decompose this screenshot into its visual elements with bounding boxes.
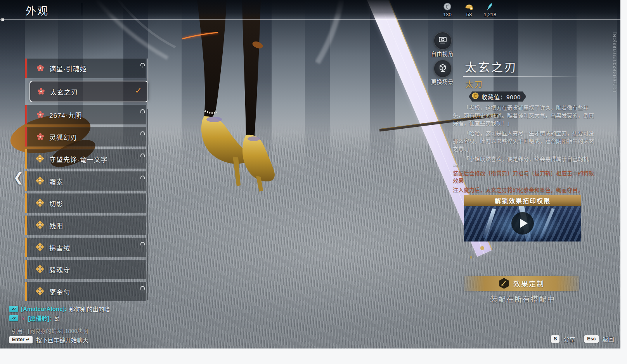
scrollbar-thumb[interactable] [147,59,148,109]
effect-video-panel: 解锁效果拓印权限 [464,195,581,242]
skin-category: 太刀 [466,78,483,90]
chat-input-hint-label: 按下回车键开始聊天 [36,336,88,344]
skin-item-label: 拂雪绒 [49,243,70,252]
chat-channel-badge-icon [9,306,18,312]
gold-quad-rarity-icon [36,176,45,186]
play-icon [520,219,528,228]
share-hotkey-label[interactable]: 分享 [563,335,575,343]
topbar-divider [82,3,82,16]
play-button[interactable] [511,212,534,235]
red-flower-rarity-icon [36,64,45,73]
title-divider [463,76,580,77]
skin-item-label: 切影 [49,198,63,208]
free-camera-button[interactable] [434,32,452,50]
skin-item-label: 太玄之刃 [50,87,78,97]
skin-list-item[interactable]: 霜素 [25,171,146,191]
chat-message-text: 那你别的出的啥 [69,305,110,313]
red-flower-rarity-icon [36,132,45,141]
gold-quad-rarity-icon [36,243,45,252]
customize-button-label: 效果定制 [513,278,544,288]
gold-quad-rarity-icon [36,154,45,164]
skin-list-item[interactable]: 守望先锋·竜一文字 [25,149,146,169]
effect-note: 装配后会修改〔衔霄刃〕刀招与〔拔刀斩〕相应击中的特效效果 [453,170,594,185]
app-root: 外观 130 58 1,218 [0,0,627,364]
skin-item-label: 残阳 [49,221,63,230]
change-scene-label: 更换场景 [425,78,459,85]
check-icon: ✓ [135,86,142,96]
collapse-panel-icon[interactable]: ❮ [13,170,24,185]
gold-quad-rarity-icon [36,287,45,296]
skin-item-label: 灵狐幻刃 [49,132,77,142]
thumbnail-effect-streak [483,208,496,239]
effect-note: 注入魔力后，太玄之刃将幻化紫金和墨色，绚丽夺目。 [453,186,594,194]
skin-item-label: 谪星·引魂姬 [49,64,87,73]
female-icon: ♀ [21,315,25,321]
lore-paragraph: 「哈哈，这可是匠人穷尽一生才铸成的宝刀，想要可没那么容易。此刀以玄铁淬火千回锻成… [453,129,594,153]
skin-item-label: 霜素 [49,176,63,186]
sword-icon [499,278,509,289]
skin-list-item[interactable]: 灵狐幻刃 [25,127,146,147]
game-viewport: 外观 130 58 1,218 [0,0,620,348]
back-hotkey-label[interactable]: 返回 [603,335,614,343]
collection-value-icon [472,92,479,101]
skin-list-item[interactable]: 毅魂守 [25,260,146,279]
lore-paragraph: 「老板，这把刀在奇货铺里摆了许久，瞧着像有些年头，颇有历史的味道。瞧着锋利又大气… [453,104,594,127]
chat-message-text: 昂 [54,314,60,322]
chat-channel-badge-icon [9,315,18,321]
chat-quote-text: 引用：[闷良脉的蝙龙]:1800块啊 [12,327,88,335]
chat-input-hint: Enter ↵ 按下回车键开始聊天 [9,336,88,344]
gold-quad-rarity-icon [36,265,45,274]
equip-status-text: 装配在所有搭配中 [464,293,581,304]
red-flower-rarity-icon [36,110,45,119]
page-title: 外观 [26,3,49,18]
skin-item-label: 2674·九阴 [49,110,82,120]
skin-list-item[interactable]: 太玄之刃✓ [29,81,148,102]
thumbnail-effect-streak [540,208,555,240]
red-flower-rarity-icon [36,87,46,96]
chat-sender-name: [愿僵聆]: [28,314,51,322]
gold-quad-rarity-icon [36,221,45,230]
s-key: S [551,335,559,343]
skin-list-item[interactable]: 拂雪绒 [25,238,146,257]
lore-paragraph: 「小姐既然喜欢，便是缘分，终会寻得属于自己的机缘。」 [453,155,594,167]
skin-item-label: 守望先锋·竜一文字 [49,154,108,164]
skin-list-scrollbar[interactable] [147,59,148,300]
topbar: 外观 130 58 1,218 [0,0,620,19]
esc-key: Esc [584,335,598,343]
chat-message: [AmateurAlone]: 那你别的出的啥 [9,305,110,313]
effect-video-thumbnail[interactable] [464,206,581,242]
skin-list-item[interactable]: 谪星·引魂姬 [25,59,146,78]
skin-title: 太玄之刃 [465,58,518,75]
camera-icon [438,35,447,46]
effect-customize-button[interactable]: 效果定制 [464,276,579,291]
player-id-watermark: ID:109146200210163[CN] [612,26,617,92]
gold-quad-rarity-icon [36,198,45,208]
effect-notes: 装配后会修改〔衔霄刃〕刀招与〔拔刀斩〕相应击中的特效效果 注入魔力后，太玄之刃将… [453,170,594,194]
free-camera-label: 自由视角 [425,50,459,57]
collection-value-text: 收藏值：9000 [482,93,521,101]
change-scene-button[interactable] [434,60,452,78]
skin-item-label: 毅魂守 [49,265,70,274]
selection-line [0,19,620,20]
collection-value-badge: 收藏值：9000 [469,91,526,102]
currency-feather[interactable]: 1,218 [476,2,504,17]
enter-key: Enter ↵ [9,336,33,343]
skin-lore: 「老板，这把刀在奇货铺里摆了许久，瞧着像有些年头，颇有历史的味道。瞧着锋利又大气… [453,104,594,167]
skin-list-item[interactable]: 鎏金勺 [25,282,146,301]
skin-list-item[interactable]: 2674·九阴 [25,105,146,124]
unlock-effect-banner[interactable]: 解锁效果拓印权限 [464,195,581,206]
hotkey-bar: S 分享 Esc 返回 [551,335,620,343]
skin-list: 谪星·引魂姬太玄之刃✓2674·九阴灵狐幻刃守望先锋·竜一文字霜素切影残阳拂雪绒… [25,59,146,301]
image-border-strip [0,348,627,352]
cube-icon [438,63,447,74]
chat-sender-name: [AmateurAlone]: [21,305,67,312]
skin-list-item[interactable]: 切影 [25,193,146,213]
currency-feather-value: 1,218 [476,12,504,17]
skin-item-label: 鎏金勺 [49,287,70,297]
feather-icon [476,2,504,11]
selection-handle[interactable] [1,18,4,21]
chat-message: ♀ [愿僵聆]: 昂 [9,314,60,322]
skin-list-item[interactable]: 残阳 [25,216,146,235]
